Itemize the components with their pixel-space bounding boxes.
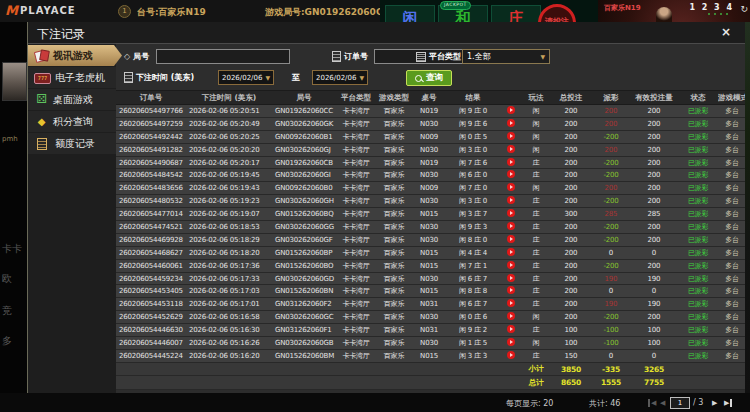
round-no: GN030262060GF xyxy=(272,236,336,244)
replay-button[interactable] xyxy=(500,286,522,296)
play-type: 庄 xyxy=(522,299,550,309)
replay-button[interactable] xyxy=(500,196,522,206)
replay-button[interactable] xyxy=(500,222,522,232)
round-no: GN030262060GB xyxy=(272,339,336,347)
close-icon[interactable]: × xyxy=(721,25,731,39)
date-to-picker[interactable]: 2026/02/06 ▼ xyxy=(312,70,368,85)
replay-icon[interactable] xyxy=(507,158,515,166)
order-no: 260206054497766 xyxy=(116,107,186,115)
platform: 卡卡湾厅 xyxy=(336,274,376,284)
replay-icon[interactable] xyxy=(507,299,515,307)
replay-icon[interactable] xyxy=(507,338,515,346)
replay-button[interactable] xyxy=(500,183,522,193)
replay-button[interactable] xyxy=(500,274,522,284)
total-row-cell: 8650 xyxy=(550,378,592,387)
replay-icon[interactable] xyxy=(507,183,515,191)
replay-button[interactable] xyxy=(500,119,522,129)
replay-icon[interactable] xyxy=(507,351,515,359)
replay-icon[interactable] xyxy=(507,248,515,256)
valid-bet: 0 xyxy=(630,352,678,360)
table-row: 2602060544600612026-02-06 05:17:36GN0152… xyxy=(116,260,746,273)
replay-button[interactable] xyxy=(500,338,522,348)
replay-button[interactable] xyxy=(500,158,522,168)
replay-icon[interactable] xyxy=(507,209,515,217)
replay-icon[interactable] xyxy=(507,235,515,243)
table-badge-icon: 1 xyxy=(118,5,131,18)
replay-icon[interactable] xyxy=(507,325,515,333)
replay-button[interactable] xyxy=(500,106,522,116)
table-row: 2602060544770142026-02-06 05:19:07GN0152… xyxy=(116,208,746,221)
sidebar-item-2[interactable]: ⚄桌面游戏 xyxy=(28,89,116,110)
payout: -200 xyxy=(592,197,630,205)
status: 已派彩 xyxy=(678,119,718,129)
valid-bet: 200 xyxy=(630,120,678,128)
date-from-picker[interactable]: 2026/02/06 ▼ xyxy=(218,70,274,85)
result: 闲 8 庄 0 xyxy=(446,235,500,245)
round-input[interactable] xyxy=(156,49,290,64)
play-type: 庄 xyxy=(522,235,550,245)
platform-filter-label: 平台类型 xyxy=(416,51,461,62)
replay-button[interactable] xyxy=(500,209,522,219)
replay-button[interactable] xyxy=(500,312,522,322)
platform: 卡卡湾厅 xyxy=(336,299,376,309)
play-type: 庄 xyxy=(522,274,550,284)
result: 闲 4 庄 4 xyxy=(446,248,500,258)
sidebar-item-4[interactable]: 额度记录 xyxy=(28,133,116,154)
replay-icon[interactable] xyxy=(507,274,515,282)
brand-name: PLAYACE xyxy=(20,5,76,16)
replay-button[interactable] xyxy=(500,132,522,142)
prev-page-icon[interactable]: ◀ xyxy=(660,399,665,407)
platform-select[interactable]: 1.全部 ▼ xyxy=(462,49,550,64)
search-button[interactable]: 查询 xyxy=(406,70,452,86)
replay-icon[interactable] xyxy=(507,170,515,178)
replay-button[interactable] xyxy=(500,325,522,335)
platform: 卡卡湾厅 xyxy=(336,248,376,258)
table-no: N030 xyxy=(412,339,446,347)
sidebar-item-3[interactable]: ◆积分查询 xyxy=(28,111,116,132)
replay-icon[interactable] xyxy=(507,312,515,320)
sidebar-item-1[interactable]: 777电子老虎机 xyxy=(28,67,116,88)
replay-icon[interactable] xyxy=(507,286,515,294)
game-type: 百家乐 xyxy=(376,351,412,361)
replay-button[interactable] xyxy=(500,299,522,309)
replay-icon[interactable] xyxy=(507,132,515,140)
replay-button[interactable] xyxy=(500,235,522,245)
replay-icon[interactable] xyxy=(507,145,515,153)
status: 已派彩 xyxy=(678,286,718,296)
page-number-input[interactable] xyxy=(670,397,690,409)
payout: -200 xyxy=(592,313,630,321)
bet-time: 2026-02-06 05:19:07 xyxy=(186,210,272,218)
total-bet: 200 xyxy=(550,133,592,141)
table-no: N030 xyxy=(412,275,446,283)
replay-icon[interactable] xyxy=(507,222,515,230)
total-count-label: 共计: 46 xyxy=(589,398,620,409)
column-header: 下注时间 (美东) xyxy=(186,93,272,103)
total-bet: 200 xyxy=(550,184,592,192)
sidebar-item-0[interactable]: 视讯游戏 xyxy=(28,45,128,66)
search-icon xyxy=(415,75,422,82)
play-type: 庄 xyxy=(522,158,550,168)
total-bet: 200 xyxy=(550,223,592,231)
replay-button[interactable] xyxy=(500,261,522,271)
replay-icon[interactable] xyxy=(507,196,515,204)
result: 闲 9 庄 0 xyxy=(446,106,500,116)
replay-icon[interactable] xyxy=(507,119,515,127)
valid-bet: 200 xyxy=(630,159,678,167)
last-page-icon[interactable]: ▶ xyxy=(724,399,732,407)
tag-icon: ◇ xyxy=(124,52,130,61)
replay-icon[interactable] xyxy=(507,106,515,114)
valid-bet: 200 xyxy=(630,146,678,154)
valid-bet: 0 xyxy=(630,249,678,257)
replay-button[interactable] xyxy=(500,145,522,155)
replay-button[interactable] xyxy=(500,170,522,180)
replay-button[interactable] xyxy=(500,248,522,258)
round-no: GN030262060GG xyxy=(272,223,336,231)
replay-icon[interactable] xyxy=(507,261,515,269)
result: 闲 1 庄 5 xyxy=(446,338,500,348)
first-page-icon[interactable]: ◀ xyxy=(648,399,656,407)
table-no: N019 xyxy=(412,107,446,115)
cards-icon xyxy=(34,49,49,62)
next-page-icon[interactable]: ▶ xyxy=(712,399,717,407)
subtotal-row-cell: -335 xyxy=(592,365,630,374)
replay-button[interactable] xyxy=(500,351,522,361)
